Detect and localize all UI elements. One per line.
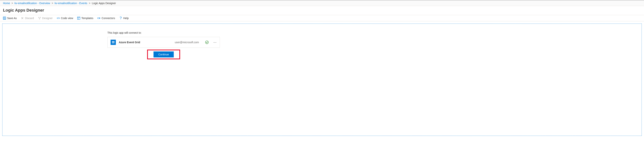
- save-icon: [3, 17, 6, 20]
- svg-rect-11: [78, 17, 80, 19]
- svg-line-8: [39, 18, 40, 18]
- toolbar-label: Discard: [25, 17, 34, 20]
- svg-point-15: [120, 19, 121, 19]
- breadcrumb-current: Logic Apps Designer: [92, 2, 116, 5]
- connection-service-name: Azure Event Grid: [119, 41, 140, 44]
- toolbar-label: Code view: [61, 17, 73, 20]
- event-grid-icon: [110, 40, 116, 45]
- svg-rect-17: [112, 42, 114, 43]
- help-icon: [119, 17, 122, 20]
- svg-point-19: [206, 41, 208, 44]
- designer-canvas[interactable]: This logic app will connect to: Azure Ev…: [2, 23, 642, 136]
- continue-wrap: Continue: [108, 50, 220, 59]
- chevron-right-icon: >: [52, 2, 53, 5]
- svg-rect-0: [3, 17, 6, 19]
- svg-rect-18: [112, 43, 114, 43]
- code-view-button[interactable]: Code view: [57, 17, 73, 20]
- connectors-icon: [98, 17, 100, 20]
- toolbar-label: Help: [123, 17, 129, 20]
- connection-card[interactable]: Azure Event Grid user@microsoft.com ···: [108, 37, 220, 48]
- svg-rect-2: [4, 18, 5, 19]
- connection-user: user@microsoft.com: [175, 41, 199, 44]
- discard-button[interactable]: Discard: [21, 17, 34, 20]
- templates-button[interactable]: Templates: [77, 17, 93, 20]
- toolbar-label: Save As: [7, 17, 17, 20]
- connection-heading: This logic app will connect to:: [108, 31, 220, 34]
- toolbar-label: Connectors: [102, 17, 115, 20]
- page-title: Logic Apps Designer: [0, 6, 644, 15]
- discard-icon: [21, 17, 24, 20]
- svg-point-7: [39, 18, 40, 19]
- designer-button[interactable]: Designer: [38, 17, 53, 20]
- templates-icon: [77, 17, 80, 20]
- svg-rect-1: [4, 17, 5, 18]
- code-icon: [57, 17, 60, 20]
- breadcrumb-link-home[interactable]: Home: [3, 2, 10, 5]
- svg-rect-16: [112, 41, 114, 42]
- chevron-right-icon: >: [12, 2, 13, 5]
- toolbar-label: Designer: [42, 17, 53, 20]
- designer-canvas-wrap: This logic app will connect to: Azure Ev…: [0, 21, 644, 138]
- annotation-highlight: Continue: [147, 50, 180, 59]
- status-ok-icon: [205, 41, 208, 44]
- help-button[interactable]: Help: [119, 17, 129, 20]
- svg-line-9: [40, 18, 40, 18]
- svg-point-6: [40, 17, 41, 18]
- connectors-button[interactable]: Connectors: [98, 17, 115, 20]
- save-as-button[interactable]: Save As: [3, 17, 17, 20]
- chevron-right-icon: >: [89, 2, 90, 5]
- svg-point-5: [38, 17, 39, 18]
- connection-area: This logic app will connect to: Azure Ev…: [108, 31, 220, 48]
- breadcrumb-link-events[interactable]: kv-emailnotification - Events: [55, 2, 87, 5]
- designer-icon: [38, 17, 41, 20]
- breadcrumb-link-overview[interactable]: kv-emailnotification - Overview: [14, 2, 50, 5]
- toolbar-label: Templates: [81, 17, 93, 20]
- toolbar: Save As Discard Designer Code view Templ…: [0, 15, 644, 21]
- svg-line-10: [58, 17, 58, 19]
- svg-rect-14: [98, 17, 100, 18]
- continue-button[interactable]: Continue: [154, 51, 174, 57]
- breadcrumb: Home > kv-emailnotification - Overview >…: [0, 0, 644, 6]
- connection-more-menu[interactable]: ···: [214, 41, 217, 44]
